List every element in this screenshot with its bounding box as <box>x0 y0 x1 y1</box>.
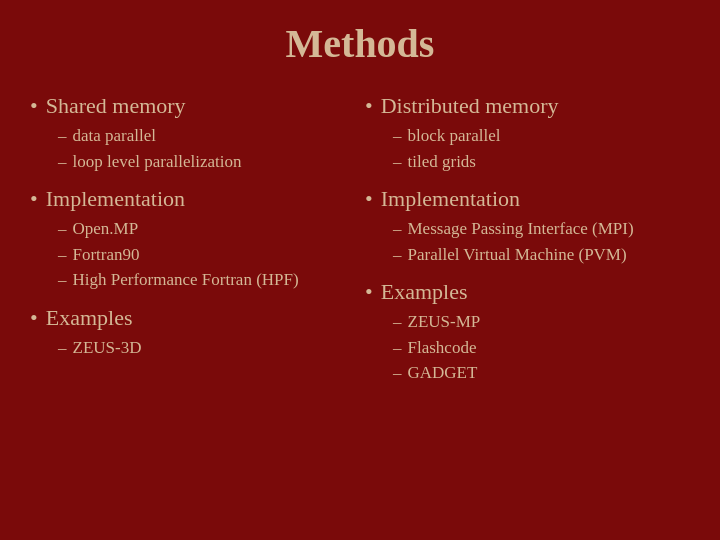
list-item: – ZEUS-MP <box>393 309 690 335</box>
list-item: – ZEUS-3D <box>58 335 355 361</box>
list-item: – Message Passing Interface (MPI) <box>393 216 690 242</box>
list-item: – Open.MP <box>58 216 355 242</box>
bullet-dot-3: • <box>30 305 38 331</box>
list-item: – data parallel <box>58 123 355 149</box>
bullet-dot-6: • <box>365 279 373 305</box>
list-item: – Flashcode <box>393 335 690 361</box>
right-section-1-subitems: – block parallel – tiled grids <box>393 123 690 174</box>
list-item: – Fortran90 <box>58 242 355 268</box>
list-item: – tiled grids <box>393 149 690 175</box>
list-item: – block parallel <box>393 123 690 149</box>
bullet-dot-5: • <box>365 186 373 212</box>
left-section-1-subitems: – data parallel – loop level paralleliza… <box>58 123 355 174</box>
content-area: • Shared memory – data parallel – loop l… <box>30 85 690 520</box>
list-item: – GADGET <box>393 360 690 386</box>
left-section-2-subitems: – Open.MP – Fortran90 – High Performance… <box>58 216 355 293</box>
left-section-3-subitems: – ZEUS-3D <box>58 335 355 361</box>
list-item: – Parallel Virtual Machine (PVM) <box>393 242 690 268</box>
right-section-1-heading: • Distributed memory <box>365 93 690 119</box>
list-item: – High Performance Fortran (HPF) <box>58 267 355 293</box>
right-column: • Distributed memory – block parallel – … <box>365 85 690 520</box>
right-section-2-heading: • Implementation <box>365 186 690 212</box>
left-column: • Shared memory – data parallel – loop l… <box>30 85 355 520</box>
bullet-dot-2: • <box>30 186 38 212</box>
right-section-2-subitems: – Message Passing Interface (MPI) – Para… <box>393 216 690 267</box>
left-section-1-heading: • Shared memory <box>30 93 355 119</box>
left-section-2-heading: • Implementation <box>30 186 355 212</box>
bullet-dot-1: • <box>30 93 38 119</box>
bullet-dot-4: • <box>365 93 373 119</box>
slide: Methods • Shared memory – data parallel … <box>0 0 720 540</box>
slide-title: Methods <box>30 20 690 67</box>
right-section-3-subitems: – ZEUS-MP – Flashcode – GADGET <box>393 309 690 386</box>
left-section-3-heading: • Examples <box>30 305 355 331</box>
right-section-3-heading: • Examples <box>365 279 690 305</box>
list-item: – loop level parallelization <box>58 149 355 175</box>
